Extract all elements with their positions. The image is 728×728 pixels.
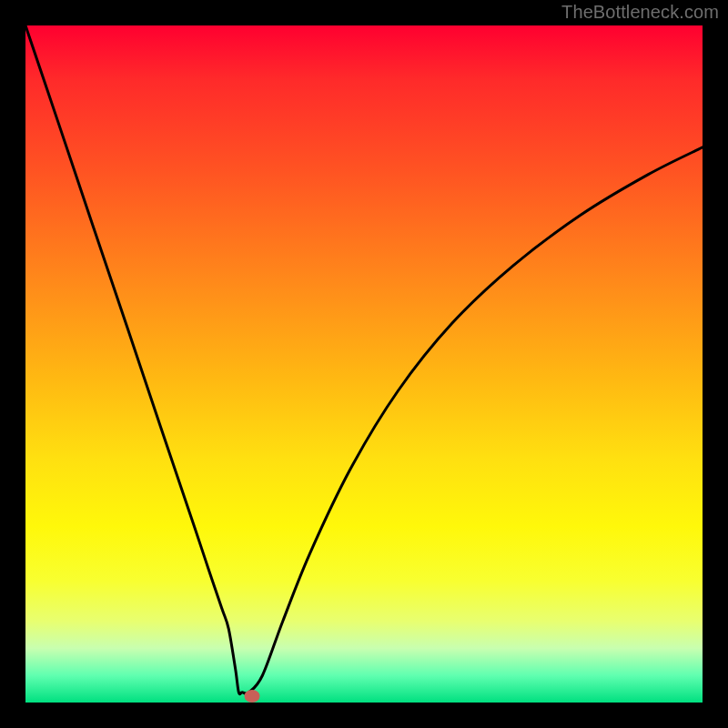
bottleneck-curve <box>25 25 703 703</box>
chart-frame: TheBottleneck.com <box>0 0 728 728</box>
plot-area <box>25 25 703 703</box>
watermark-text: TheBottleneck.com <box>561 2 719 23</box>
optimal-point-marker <box>245 690 260 703</box>
